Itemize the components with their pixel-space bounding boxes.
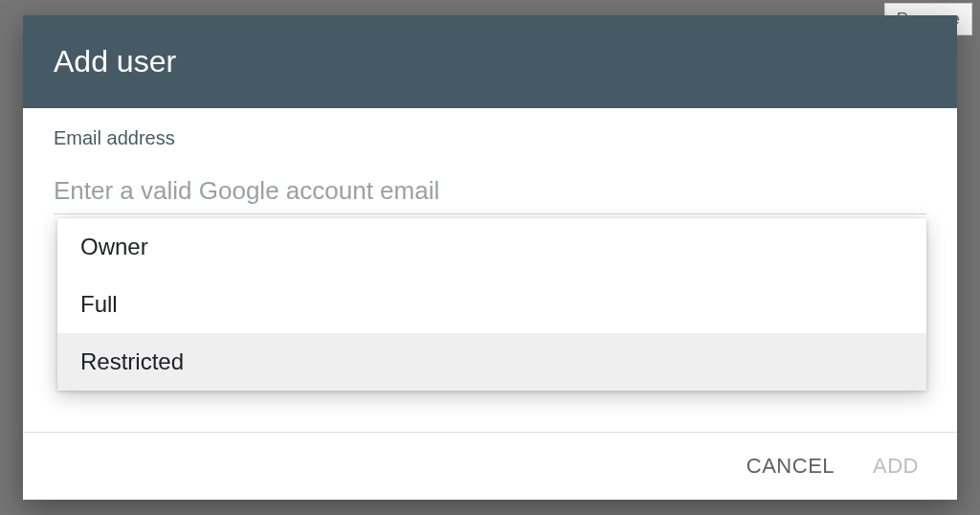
cancel-button[interactable]: CANCEL — [746, 454, 835, 479]
dialog-body: Email address Owner Full Restricted — [23, 108, 957, 432]
email-input[interactable] — [54, 165, 926, 214]
role-option-full[interactable]: Full — [57, 276, 926, 333]
add-user-dialog: Add user Email address Owner Full Restri… — [23, 15, 957, 500]
dialog-footer: CANCEL ADD — [23, 432, 957, 500]
role-option-owner[interactable]: Owner — [57, 218, 926, 276]
email-label: Email address — [54, 127, 926, 149]
role-dropdown: Owner Full Restricted — [57, 218, 926, 391]
add-button[interactable]: ADD — [873, 454, 919, 479]
dialog-title: Add user — [23, 15, 957, 108]
role-option-restricted[interactable]: Restricted — [57, 333, 926, 391]
